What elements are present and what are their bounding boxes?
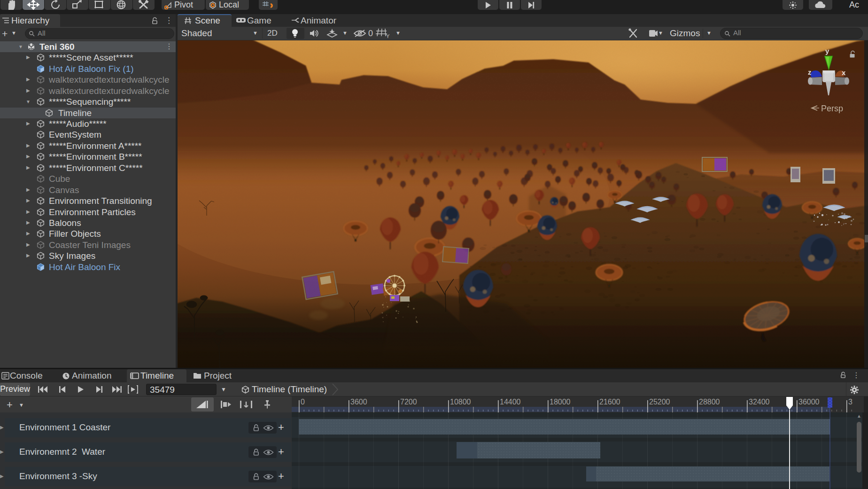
svg-text:Y: Y xyxy=(386,33,390,39)
